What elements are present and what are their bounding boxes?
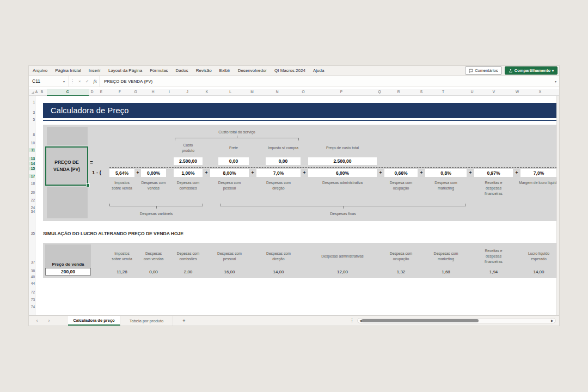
sim-value-cell-receitas-e-despesas-financeiras[interactable]: 1,94	[477, 270, 510, 274]
percent-cell-despesas-com-vendas[interactable]: 0,00%	[141, 169, 166, 177]
horizontal-scrollbar-thumb[interactable]	[362, 319, 479, 322]
column-header-f[interactable]: F	[116, 90, 124, 94]
cost-value-cell-imposto-s-compra[interactable]: 0,00	[266, 157, 301, 165]
row-header-22[interactable]: 22	[29, 198, 35, 202]
percent-cell-receitas-e-despesas-financeiras[interactable]: 0,97%	[474, 169, 513, 177]
column-header-r[interactable]: R	[395, 90, 402, 94]
fill-handle[interactable]	[86, 183, 90, 187]
row-header-18[interactable]: 18	[29, 181, 35, 185]
column-header-k[interactable]: K	[203, 90, 211, 94]
menu-item-inserir[interactable]: Inserir	[85, 66, 105, 76]
prev-sheet-arrow[interactable]: ‹	[31, 316, 43, 326]
menu-item-desenvolvedor[interactable]: Desenvolvedor	[234, 66, 271, 76]
sim-value-cell-despesas-administrativas[interactable]: 12,00	[326, 270, 359, 274]
menu-item-ajuda[interactable]: Ajuda	[309, 66, 328, 76]
column-header-i[interactable]: I	[166, 90, 173, 94]
column-header-d[interactable]: D	[88, 90, 96, 94]
row-header-35[interactable]: 35	[29, 231, 35, 235]
row-header-37[interactable]: 37	[29, 260, 35, 264]
menu-item-qi-macros-2024[interactable]: QI Macros 2024	[271, 66, 309, 76]
row-header-20[interactable]: 20	[29, 191, 35, 194]
sim-value-cell-impostos-sobre-venda[interactable]: 11,28	[106, 270, 138, 274]
cost-value-cell-preco-de-custo-total[interactable]: 2.500,00	[308, 157, 377, 165]
sim-value-cell-depesas-com-comissoes[interactable]: 2,00	[172, 270, 205, 274]
percent-label-despesas-administrativa: Despesas administrativa	[307, 180, 378, 186]
formula-expand-icon[interactable]: ▾	[552, 79, 559, 83]
column-header-e[interactable]: E	[97, 90, 105, 94]
column-header-n[interactable]: N	[273, 90, 281, 94]
row-header-72[interactable]: 72	[29, 290, 35, 294]
formula-input[interactable]: PREÇO DE VENDA (PV)	[99, 76, 552, 87]
comments-button[interactable]: Comentários	[465, 66, 502, 75]
sim-value-cell-despesa-com-ocupacao[interactable]: 1,32	[385, 270, 418, 274]
column-header-u[interactable]: U	[468, 90, 476, 94]
menu-item-revisao[interactable]: Revisão	[192, 66, 216, 76]
column-header-l[interactable]: L	[226, 90, 234, 94]
row-header-73[interactable]: 73	[29, 298, 35, 302]
cancel-icon[interactable]: ×	[76, 79, 83, 84]
menu-item-dados[interactable]: Dados	[172, 66, 192, 76]
percent-cell-depesas-com-comissoes[interactable]: 1,00%	[174, 169, 203, 177]
sim-value-cell-despesas-com-direcao[interactable]: 14,00	[262, 270, 295, 274]
percent-cell-margem-de-lucro-liquido[interactable]: 7,0%	[520, 169, 557, 177]
column-header-s[interactable]: S	[418, 90, 425, 94]
menu-item-pagina-inicial[interactable]: Página Inicial	[51, 66, 85, 76]
selected-cell-preco-de-venda[interactable]: PREÇO DE VENDA (PV)	[45, 146, 88, 186]
percent-label-despesa-com-ocupacao: Despesa com ocupação	[385, 180, 417, 191]
sim-value-cell-lucro-liquido-esperado[interactable]: 14,00	[523, 270, 555, 274]
sheet-tab-calculadora-de-preco[interactable]: Calculadora de preço	[68, 316, 120, 326]
sim-value-cell-despesas-com-marketing[interactable]: 1,68	[430, 270, 462, 274]
percent-cell-despesa-com-pessoal[interactable]: 8,00%	[210, 169, 249, 177]
menu-item-exibir[interactable]: Exibir	[216, 66, 234, 76]
column-header-p[interactable]: P	[338, 90, 345, 94]
column-header-q[interactable]: Q	[376, 90, 383, 94]
column-header-g[interactable]: G	[132, 90, 139, 94]
sim-value-cell-despesas-com-pessoal[interactable]: 16,00	[213, 270, 246, 274]
share-button[interactable]: Compartilhamento ▾	[505, 66, 558, 75]
percent-label-margem-de-lucro-liquido: Margem de lucro líquido	[506, 180, 558, 186]
column-header-j[interactable]: J	[183, 90, 191, 94]
cost-value-cell-custo-produto[interactable]: 2.500,00	[174, 157, 203, 165]
vertical-scrollbar[interactable]	[556, 96, 559, 316]
percent-cell-despesas-com-direcao[interactable]: 7,0%	[256, 169, 301, 177]
column-header-v[interactable]: V	[490, 90, 498, 94]
column-header-b[interactable]: B	[38, 90, 46, 94]
sim-value-cell-despesas-com-vendas[interactable]: 0,00	[137, 270, 170, 274]
row-header-10[interactable]: 10	[29, 141, 35, 145]
simulation-title: SIMULAÇÃO DO LUCRO ALTERANDO PREÇO DE VE…	[43, 231, 183, 236]
column-header-h[interactable]: H	[149, 90, 157, 94]
row-header-38[interactable]: 38	[29, 269, 35, 273]
percent-cell-despesa-com-ocupacao[interactable]: 0,66%	[384, 169, 418, 177]
next-sheet-arrow[interactable]: ›	[43, 316, 55, 326]
plus-operator: +	[250, 170, 255, 175]
column-header-x[interactable]: X	[536, 90, 544, 94]
menu-item-arquivo[interactable]: Arquivo	[29, 66, 51, 76]
percent-cell-despesa-com-marketing[interactable]: 0,8%	[425, 169, 467, 177]
menu-item-formulas[interactable]: Fórmulas	[146, 66, 171, 76]
add-sheet-button[interactable]: +	[173, 316, 195, 326]
row-header-1[interactable]: 1	[29, 100, 35, 104]
sheet-tab-tabela-por-produto[interactable]: Tabela por produto	[120, 316, 173, 326]
row-header-24[interactable]: 24	[29, 206, 35, 210]
row-header-3[interactable]: 3	[29, 111, 35, 114]
confirm-icon[interactable]: ✓	[83, 79, 91, 84]
name-box[interactable]: C11 ▾	[29, 76, 69, 87]
scroll-right-icon[interactable]: ▶	[551, 318, 554, 322]
price-input-cell[interactable]: 200,00	[45, 268, 91, 275]
column-header-o[interactable]: O	[299, 90, 307, 94]
percent-cell-despesas-administrativa[interactable]: 6,00%	[308, 169, 377, 177]
cost-value-cell-frete[interactable]: 0,00	[218, 157, 249, 165]
menu-item-layout-da-pagina[interactable]: Layout da Página	[105, 66, 146, 76]
row-header-44[interactable]: 44	[29, 281, 35, 285]
row-header-74[interactable]: 74	[29, 305, 35, 309]
row-header-8[interactable]: 8	[29, 133, 35, 137]
row-header-5[interactable]: 5	[29, 118, 35, 121]
percent-cell-impostos-sobre-venda[interactable]: 5,64%	[109, 169, 134, 177]
column-header-t[interactable]: T	[439, 90, 447, 94]
row-header-40[interactable]: 40	[29, 275, 35, 279]
column-header-w[interactable]: W	[513, 90, 521, 94]
row-header-34[interactable]: 34	[29, 210, 35, 213]
column-header-m[interactable]: M	[248, 90, 256, 94]
column-header-c[interactable]: C	[64, 90, 71, 94]
insert-function-icon[interactable]: fx	[91, 78, 99, 84]
